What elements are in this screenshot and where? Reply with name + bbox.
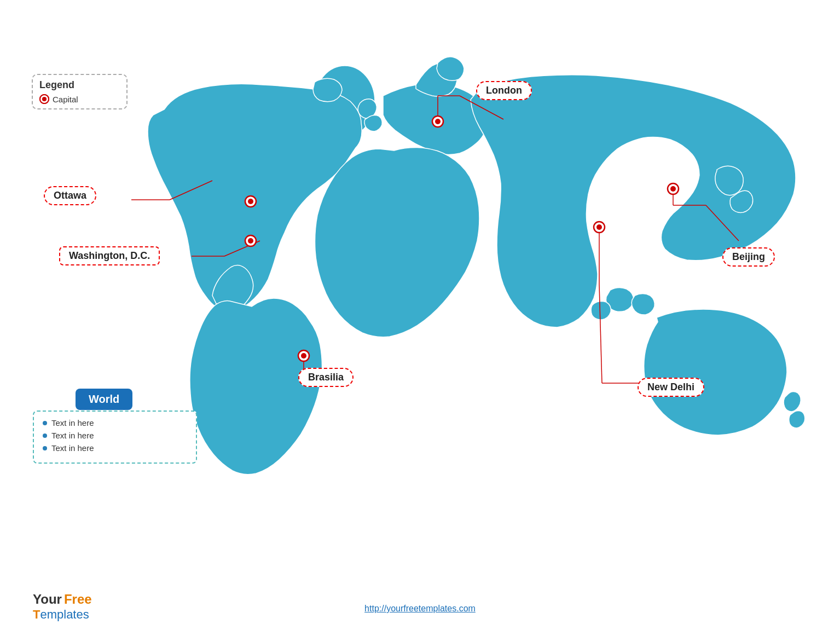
svg-point-26 bbox=[594, 222, 605, 233]
world-label[interactable]: World bbox=[76, 389, 132, 410]
footer-url[interactable]: http://yourfreetemplates.com bbox=[364, 604, 476, 614]
svg-point-21 bbox=[248, 238, 253, 244]
info-text-2: Text in here bbox=[51, 431, 94, 440]
new-delhi-label: New Delhi bbox=[638, 378, 704, 397]
svg-point-20 bbox=[245, 235, 256, 246]
list-item: Text in here bbox=[43, 431, 187, 440]
legend-box: Legend Capital bbox=[32, 74, 128, 109]
footer: http://yourfreetemplates.com bbox=[0, 604, 840, 614]
bullet-icon bbox=[43, 434, 47, 438]
svg-point-25 bbox=[670, 186, 676, 192]
info-text-1: Text in here bbox=[51, 418, 94, 427]
svg-point-16 bbox=[432, 116, 443, 127]
brasilia-label: Brasilia bbox=[298, 368, 354, 387]
london-label: London bbox=[476, 81, 532, 100]
svg-point-0 bbox=[315, 66, 375, 137]
list-item: Text in here bbox=[43, 418, 187, 427]
svg-point-19 bbox=[248, 199, 253, 204]
info-text-3: Text in here bbox=[51, 443, 94, 453]
bullet-icon bbox=[43, 446, 47, 450]
logo-t: T bbox=[33, 608, 40, 622]
ottawa-label: Ottawa bbox=[44, 186, 96, 205]
svg-point-18 bbox=[245, 196, 256, 207]
svg-point-27 bbox=[596, 224, 602, 230]
list-item: Text in here bbox=[43, 443, 187, 453]
capital-icon bbox=[39, 94, 49, 104]
washington-label: Washington, D.C. bbox=[59, 246, 160, 265]
legend-capital-item: Capital bbox=[39, 94, 120, 104]
logo-templates: emplates bbox=[40, 608, 89, 622]
svg-point-23 bbox=[301, 353, 306, 359]
svg-point-24 bbox=[668, 183, 679, 194]
svg-point-17 bbox=[435, 119, 441, 124]
svg-point-22 bbox=[298, 350, 309, 361]
beijing-label: Beijing bbox=[722, 247, 775, 267]
logo-area: Your Free T emplates bbox=[33, 592, 92, 622]
svg-line-12 bbox=[706, 205, 739, 241]
legend-capital-label: Capital bbox=[53, 95, 78, 104]
svg-line-7 bbox=[224, 241, 260, 256]
svg-line-2 bbox=[170, 181, 212, 200]
svg-point-29 bbox=[42, 97, 47, 101]
svg-line-14 bbox=[599, 285, 602, 383]
info-box: Text in here Text in here Text in here bbox=[33, 411, 197, 464]
logo-free: Free bbox=[64, 592, 92, 608]
logo-your: Your bbox=[33, 592, 62, 608]
bullet-icon bbox=[43, 421, 47, 425]
info-list: Text in here Text in here Text in here bbox=[43, 418, 187, 453]
legend-title: Legend bbox=[39, 79, 120, 91]
page-container: Legend Capital London Ottawa Washington,… bbox=[0, 0, 840, 630]
